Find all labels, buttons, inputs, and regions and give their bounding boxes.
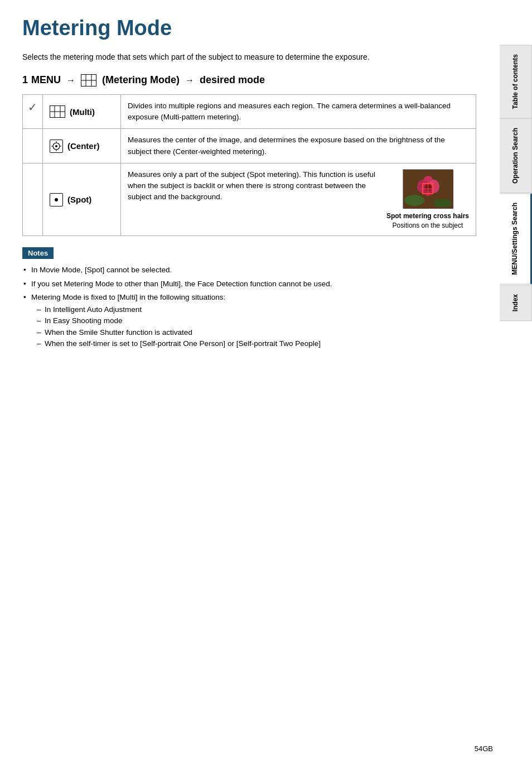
section-heading-end: desired mode [200,74,265,86]
sidebar-tabs: Table of contents Operation Search MENU/… [500,0,532,764]
mode-name-cell: (Center) [43,129,121,164]
menu-label: MENU [31,74,61,86]
section-heading-suffix: (Metering Mode) [102,74,180,86]
intro-text: Selects the metering mode that sets whic… [22,51,476,63]
center-icon [50,140,63,153]
mode-label: (Center) [50,140,114,153]
page-title: Metering Mode [22,17,476,40]
notes-list: In Movie Mode, [Spot] cannot be selected… [22,265,476,349]
main-content: Metering Mode Selects the metering mode … [0,0,499,374]
sub-item-1: In Intelligent Auto Adjustment [31,304,476,315]
sub-item-2: In Easy Shooting mode [31,315,476,326]
section-heading: 1 MENU → (Metering Mode) → desired mode [22,74,476,87]
mode-name-cell: (Multi) [43,94,121,129]
spot-icon [50,193,63,206]
sidebar-tab-index[interactable]: Index [500,285,532,321]
empty-check-cell [23,129,43,164]
svg-point-12 [55,198,58,201]
arrow-icon-2: → [185,75,194,85]
checkmark-cell: ✓ [23,94,43,129]
spot-crosshair [422,183,433,194]
mode-label: (Spot) [50,193,114,206]
empty-check-cell-2 [23,163,43,236]
notes-item-2: If you set Metering Mode to other than [… [22,278,476,290]
spot-image-area: Spot metering cross hairs Positions on t… [386,169,469,230]
multi-description: Divides into multiple regions and measur… [121,94,476,129]
table-row: (Center) Measures the center of the imag… [23,129,476,164]
sub-list: In Intelligent Auto Adjustment In Easy S… [31,304,476,349]
svg-point-15 [433,199,451,208]
svg-point-7 [55,145,57,147]
spot-caption-bold: Spot metering cross hairs [386,212,469,220]
spot-text: Measures only a part of the subject (Spo… [128,169,378,230]
sidebar-tab-menu-settings-search[interactable]: MENU/Settings Search [500,193,532,284]
spot-label: (Spot) [67,195,91,204]
modes-table: ✓ (Multi) Divides into multiple r [22,94,476,237]
spot-caption-normal: Positions on the subject [393,222,463,229]
spot-description-cell: Measures only a part of the subject (Spo… [121,163,476,236]
sub-item-4: When the self-timer is set to [Self-port… [31,338,476,349]
spot-image [403,169,453,208]
spot-caption: Spot metering cross hairs Positions on t… [386,212,469,230]
arrow-icon: → [66,75,75,85]
notes-section: Notes In Movie Mode, [Spot] cannot be se… [22,247,476,349]
table-row: ✓ (Multi) Divides into multiple r [23,94,476,129]
metering-mode-icon [81,74,96,87]
notes-badge: Notes [22,247,54,259]
sidebar-tab-table-of-contents[interactable]: Table of contents [500,45,532,118]
page-number: 54GB [475,744,493,753]
notes-item-3: Metering Mode is fixed to [Multi] in the… [22,292,476,349]
spot-content: Measures only a part of the subject (Spo… [128,169,469,230]
section-number: 1 [22,74,28,86]
mode-label: (Multi) [50,105,114,118]
multi-label: (Multi) [70,107,95,117]
center-description: Measures the center of the image, and de… [121,129,476,164]
notes-item-1: In Movie Mode, [Spot] cannot be selected… [22,265,476,276]
table-row: (Spot) Measures only a part of the subje… [23,163,476,236]
svg-point-14 [404,195,424,206]
mode-name-cell: (Spot) [43,163,121,236]
center-label: (Center) [67,141,100,151]
sub-item-3: When the Smile Shutter function is activ… [31,327,476,338]
multi-icon [50,105,65,118]
sidebar-tab-operation-search[interactable]: Operation Search [500,118,532,193]
